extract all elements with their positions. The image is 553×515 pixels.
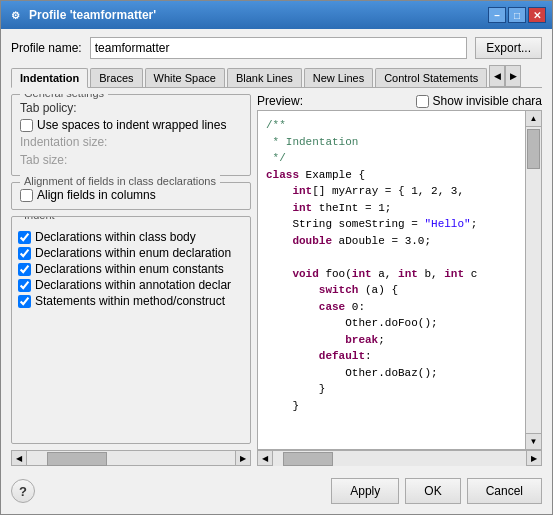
tab-blank-lines[interactable]: Blank Lines — [227, 68, 302, 87]
use-spaces-checkbox[interactable] — [20, 119, 33, 132]
indent-enum-decl-checkbox[interactable] — [18, 247, 31, 260]
action-buttons: Apply OK Cancel — [331, 478, 542, 504]
preview-header: Preview: Show invisible chara — [257, 94, 542, 108]
indent-title: Indent — [20, 216, 59, 221]
content-area: Profile name: Export... Indentation Brac… — [1, 29, 552, 514]
indent-statements-checkbox[interactable] — [18, 295, 31, 308]
show-invisible-row: Show invisible chara — [416, 94, 542, 108]
cancel-button[interactable]: Cancel — [467, 478, 542, 504]
maximize-button[interactable]: □ — [508, 7, 526, 23]
tab-control-statements[interactable]: Control Statements — [375, 68, 487, 87]
indent-class-body-label: Declarations within class body — [35, 230, 196, 244]
left-panel: General settings Tab policy: Use spaces … — [11, 94, 251, 466]
scroll-left-button[interactable]: ◀ — [11, 450, 27, 466]
close-button[interactable]: ✕ — [528, 7, 546, 23]
tab-size-label: Tab size: — [20, 153, 67, 167]
indent-enum-const-label: Declarations within enum constants — [35, 262, 224, 276]
indentation-size-label: Indentation size: — [20, 135, 107, 149]
preview-horizontal-scrollbar: ◀ ▶ — [257, 450, 542, 466]
apply-button[interactable]: Apply — [331, 478, 399, 504]
align-fields-checkbox[interactable] — [20, 189, 33, 202]
window-controls: – □ ✕ — [488, 7, 546, 23]
list-item: Declarations within enum constants — [18, 261, 244, 277]
alignment-title: Alignment of fields in class declaration… — [20, 175, 220, 187]
tab-policy-label: Tab policy: — [20, 101, 77, 115]
tab-policy-row: Tab policy: — [20, 99, 242, 117]
align-fields-row: Align fields in columns — [20, 187, 242, 203]
general-settings-group: General settings Tab policy: Use spaces … — [11, 94, 251, 176]
profile-name-input[interactable] — [90, 37, 468, 59]
minimize-button[interactable]: – — [488, 7, 506, 23]
help-button[interactable]: ? — [11, 479, 35, 503]
ok-button[interactable]: OK — [405, 478, 460, 504]
preview-scroll-track-h[interactable] — [273, 450, 526, 466]
list-item: Declarations within class body — [18, 229, 244, 245]
tabs-bar: Indentation Braces White Space Blank Lin… — [11, 65, 542, 88]
indent-group: Indent Declarations within class body De… — [11, 216, 251, 444]
code-area: /** * Indentation */ class Example { int… — [258, 111, 525, 449]
list-item: Declarations within annotation declar — [18, 277, 244, 293]
tab-scroll-next[interactable]: ▶ — [505, 65, 521, 87]
right-panel: Preview: Show invisible chara /** * Inde… — [257, 94, 542, 466]
list-item: Declarations within enum declaration — [18, 245, 244, 261]
use-spaces-row: Use spaces to indent wrapped lines — [20, 117, 242, 133]
tab-indentation[interactable]: Indentation — [11, 68, 88, 88]
preview-scroll-track-v[interactable] — [526, 127, 541, 433]
preview-scroll-thumb-v[interactable] — [527, 129, 540, 169]
left-scrollbar: ◀ ▶ — [11, 450, 251, 466]
alignment-group: Alignment of fields in class declaration… — [11, 182, 251, 210]
align-fields-label: Align fields in columns — [37, 188, 156, 202]
general-settings-title: General settings — [20, 94, 108, 99]
profile-name-label: Profile name: — [11, 41, 82, 55]
indent-enum-const-checkbox[interactable] — [18, 263, 31, 276]
list-item: Statements within method/construct — [18, 293, 244, 309]
preview-label: Preview: — [257, 94, 303, 108]
scroll-right-button[interactable]: ▶ — [235, 450, 251, 466]
bottom-bar: ? Apply OK Cancel — [11, 472, 542, 506]
indentation-size-row: Indentation size: — [20, 133, 242, 151]
preview-scroll-down-button[interactable]: ▼ — [526, 433, 541, 449]
indent-statements-label: Statements within method/construct — [35, 294, 225, 308]
show-invisible-label: Show invisible chara — [433, 94, 542, 108]
preview-scroll-up-button[interactable]: ▲ — [526, 111, 541, 127]
profile-window: ⚙ Profile 'teamformatter' – □ ✕ Profile … — [0, 0, 553, 515]
indent-annotation-label: Declarations within annotation declar — [35, 278, 231, 292]
tab-size-row: Tab size: — [20, 151, 242, 169]
indent-list: Declarations within class body Declarati… — [12, 225, 250, 443]
profile-name-row: Profile name: Export... — [11, 37, 542, 59]
preview-vertical-scrollbar: ▲ ▼ — [525, 111, 541, 449]
tab-white-space[interactable]: White Space — [145, 68, 225, 87]
code-preview: /** * Indentation */ class Example { int… — [257, 110, 542, 450]
export-button[interactable]: Export... — [475, 37, 542, 59]
tab-scroll-prev[interactable]: ◀ — [489, 65, 505, 87]
tab-braces[interactable]: Braces — [90, 68, 142, 87]
indent-enum-decl-label: Declarations within enum declaration — [35, 246, 231, 260]
show-invisible-checkbox[interactable] — [416, 95, 429, 108]
preview-scroll-left-button[interactable]: ◀ — [257, 450, 273, 466]
tab-new-lines[interactable]: New Lines — [304, 68, 373, 87]
title-bar: ⚙ Profile 'teamformatter' – □ ✕ — [1, 1, 552, 29]
indent-class-body-checkbox[interactable] — [18, 231, 31, 244]
scroll-track-horizontal[interactable] — [27, 450, 235, 466]
preview-scroll-right-button[interactable]: ▶ — [526, 450, 542, 466]
window-title: Profile 'teamformatter' — [29, 8, 488, 22]
scroll-thumb-horizontal[interactable] — [47, 452, 107, 466]
indent-annotation-checkbox[interactable] — [18, 279, 31, 292]
window-icon: ⚙ — [7, 7, 23, 23]
main-panel: General settings Tab policy: Use spaces … — [11, 94, 542, 466]
use-spaces-label: Use spaces to indent wrapped lines — [37, 118, 226, 132]
preview-scroll-thumb-h[interactable] — [283, 452, 333, 466]
